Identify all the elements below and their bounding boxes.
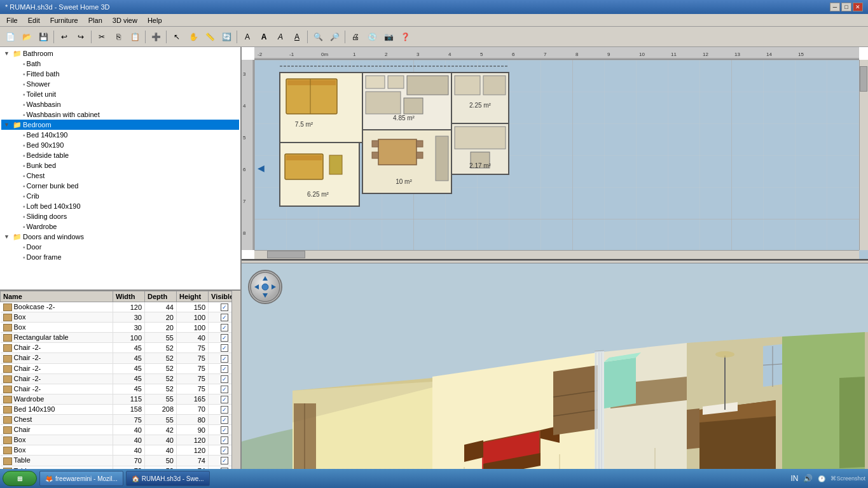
tree-item-bed90[interactable]: ▪ Bed 90x190: [1, 140, 239, 150]
visible-checkbox[interactable]: ✓: [221, 314, 228, 321]
tree-item-crib[interactable]: ▪ Crib: [1, 191, 239, 201]
h-scrollbar[interactable]: [254, 250, 859, 259]
toolbar-pan[interactable]: ✋: [186, 29, 201, 45]
tree-item-sliding[interactable]: ▪ Sliding doors: [1, 211, 239, 221]
menu-edit[interactable]: Edit: [23, 15, 45, 25]
nav-control[interactable]: [248, 270, 286, 308]
col-height[interactable]: Height: [177, 291, 209, 302]
table-row[interactable]: Box 30 20 100 ✓: [1, 312, 240, 323]
visible-checkbox[interactable]: ✓: [221, 457, 228, 464]
visible-checkbox[interactable]: ✓: [221, 416, 228, 424]
toolbar-select[interactable]: ↖: [169, 29, 184, 45]
visible-checkbox[interactable]: ✓: [221, 426, 228, 434]
tree-item-washbasin[interactable]: ▪ Washbasin: [1, 99, 239, 109]
tree-item-toilet[interactable]: ▪ Toilet unit: [1, 89, 239, 99]
visible-checkbox[interactable]: ✓: [221, 324, 228, 331]
tree-item-bathroom[interactable]: ▼ 📁 Bathroom: [1, 48, 239, 59]
toolbar-rotate[interactable]: 🔄: [219, 29, 234, 45]
menu-help[interactable]: Help: [142, 15, 167, 25]
tree-item-bedroom[interactable]: ▼ 📁 Bedroom: [1, 120, 239, 130]
maximize-button[interactable]: □: [841, 3, 851, 11]
table-row[interactable]: Box 30 20 100 ✓: [1, 323, 240, 333]
taskbar-item-2[interactable]: 🏠 RUMAH.sh3d - Swe...: [126, 471, 210, 486]
start-button[interactable]: ⊞: [3, 471, 37, 486]
h-scroll-thumb[interactable]: [267, 251, 305, 258]
visible-checkbox[interactable]: ✓: [221, 396, 228, 403]
col-name[interactable]: Name: [1, 291, 113, 302]
tree-item-shower[interactable]: ▪ Shower: [1, 79, 239, 89]
expand-icon-bedroom[interactable]: ▼: [4, 122, 11, 128]
tree-item-door[interactable]: ▪ Door: [1, 242, 239, 252]
visible-checkbox[interactable]: ✓: [221, 406, 228, 414]
table-row[interactable]: Chair -2- 45 52 75 ✓: [1, 363, 240, 373]
expand-icon-doors[interactable]: ▼: [4, 234, 11, 240]
tree-item-cornerbunk[interactable]: ▪ Corner bunk bed: [1, 181, 239, 191]
fp-content[interactable]: 7.5 m² 4.85 m² 2.25 m²: [254, 60, 868, 259]
table-row[interactable]: Bookcase -2- 120 44 150 ✓: [1, 302, 240, 312]
toolbar-text-A3[interactable]: A: [273, 29, 288, 45]
table-row[interactable]: Box 40 40 120 ✓: [1, 445, 240, 456]
table-row[interactable]: Chair -2- 45 52 75 ✓: [1, 384, 240, 394]
v-scroll-thumb[interactable]: [860, 66, 867, 92]
visible-checkbox[interactable]: ✓: [221, 436, 228, 444]
minimize-button[interactable]: ─: [830, 3, 840, 11]
visible-checkbox[interactable]: ✓: [221, 355, 228, 363]
menu-plan[interactable]: Plan: [83, 15, 107, 25]
toolbar-text-A4[interactable]: A: [289, 29, 305, 45]
table-row[interactable]: Chair -2- 45 52 75 ✓: [1, 343, 240, 353]
toolbar-new[interactable]: 📄: [3, 29, 18, 45]
floor-plan[interactable]: -2 -1 0m 1 2 3 4 5 6 7 8 9 10 11 12 13 1: [242, 47, 868, 260]
visible-checkbox[interactable]: ✓: [221, 344, 228, 352]
tree-item-fitted-bath[interactable]: ▪ Fitted bath: [1, 69, 239, 79]
close-button[interactable]: ✕: [853, 3, 863, 11]
tree-item-bed140[interactable]: ▪ Bed 140x190: [1, 130, 239, 140]
table-scrollbar[interactable]: [231, 291, 240, 488]
tree-item-loftbed[interactable]: ▪ Loft bed 140x190: [1, 201, 239, 211]
toolbar-export[interactable]: 💿: [364, 29, 380, 45]
table-row[interactable]: Chair -2- 45 52 75 ✓: [1, 353, 240, 363]
view-3d[interactable]: ECOM: [242, 263, 868, 488]
tree-item-wardrobe[interactable]: ▪ Wardrobe: [1, 221, 239, 232]
table-row[interactable]: Chest 75 55 80 ✓: [1, 415, 240, 425]
toolbar-redo[interactable]: ↪: [73, 29, 88, 45]
tree-item-doors[interactable]: ▼ 📁 Doors and windows: [1, 232, 239, 242]
v-scrollbar[interactable]: [859, 60, 868, 250]
toolbar-print[interactable]: 🖨: [348, 29, 363, 45]
col-depth[interactable]: Depth: [145, 291, 177, 302]
tree-item-bunkbed[interactable]: ▪ Bunk bed: [1, 160, 239, 171]
furniture-table-container[interactable]: Name Width Depth Height Visible Bookcase…: [0, 291, 240, 488]
tree-item-doorframe[interactable]: ▪ Door frame: [1, 252, 239, 262]
visible-checkbox[interactable]: ✓: [221, 303, 228, 311]
nav-circle[interactable]: [248, 270, 282, 304]
menu-3dview[interactable]: 3D view: [107, 15, 142, 25]
visible-checkbox[interactable]: ✓: [221, 386, 228, 393]
visible-checkbox[interactable]: ✓: [221, 365, 228, 373]
menu-file[interactable]: File: [1, 15, 23, 25]
toolbar-text-A2[interactable]: A: [256, 29, 272, 45]
toolbar-copy[interactable]: ⎘: [111, 29, 126, 45]
toolbar-zoom-fit[interactable]: 🔍: [310, 29, 326, 45]
visible-checkbox[interactable]: ✓: [221, 447, 228, 454]
toolbar-ruler[interactable]: 📏: [202, 29, 217, 45]
toolbar-help[interactable]: ❓: [397, 29, 413, 45]
toolbar-cut[interactable]: ✂: [94, 29, 109, 45]
toolbar-text-A1[interactable]: A: [240, 29, 255, 45]
expand-icon[interactable]: ▼: [4, 50, 11, 57]
toolbar-zoom-in[interactable]: 🔎: [327, 29, 342, 45]
toolbar-undo[interactable]: ↩: [57, 29, 72, 45]
table-row[interactable]: Chair -2- 45 52 75 ✓: [1, 373, 240, 384]
toolbar-save[interactable]: 💾: [36, 29, 51, 45]
tree-item-bath[interactable]: ▪ Bath: [1, 59, 239, 69]
visible-checkbox[interactable]: ✓: [221, 334, 228, 342]
tree-view[interactable]: ▼ 📁 Bathroom ▪ Bath ▪ Fitted bath ▪ Show…: [0, 47, 240, 291]
table-row[interactable]: Rectangular table 100 55 40 ✓: [1, 333, 240, 343]
toolbar-open[interactable]: 📂: [19, 29, 34, 45]
tree-item-chest[interactable]: ▪ Chest: [1, 171, 239, 181]
table-row[interactable]: Table 70 50 74 ✓: [1, 456, 240, 466]
toolbar-add-furniture[interactable]: ➕: [148, 29, 163, 45]
table-row[interactable]: Box 40 40 120 ✓: [1, 435, 240, 445]
toolbar-photo[interactable]: 📷: [381, 29, 396, 45]
tree-item-bedside[interactable]: ▪ Bedside table: [1, 150, 239, 160]
tree-item-washbasin-cabinet[interactable]: ▪ Washbasin with cabinet: [1, 109, 239, 120]
table-row[interactable]: Chair 40 42 90 ✓: [1, 425, 240, 435]
